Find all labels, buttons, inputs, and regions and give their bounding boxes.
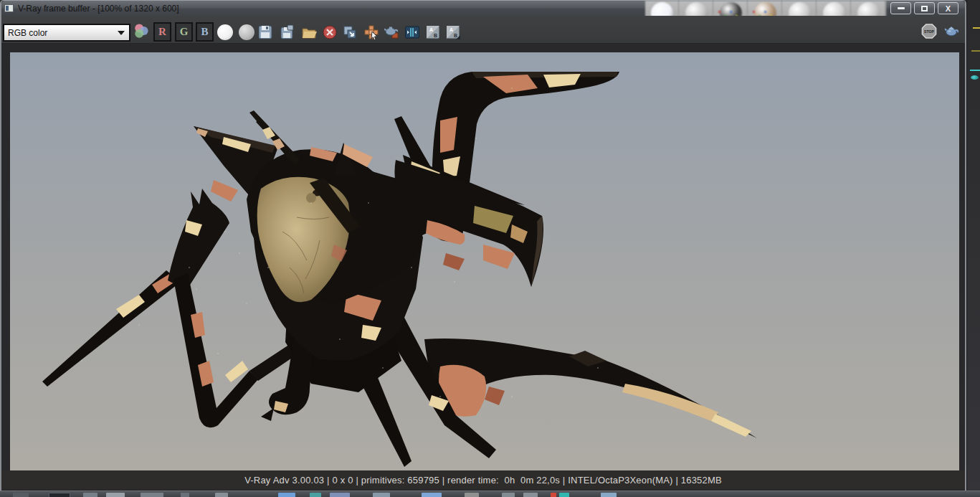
duplicate-to-host-icon[interactable] [342,24,358,40]
save-channels-icon[interactable] [279,24,295,40]
taskbar-icon[interactable] [559,493,569,497]
taskbar-icon[interactable] [106,493,125,497]
taskbar-icon[interactable] [422,493,442,497]
channel-select-value: RGB color [8,28,47,38]
color-wheel-icon[interactable] [133,23,149,39]
material-speck [730,11,732,13]
render-image-creature [10,52,959,470]
compare-horizontal-icon[interactable] [404,24,420,40]
save-image-icon[interactable] [257,24,273,40]
material-speck [764,11,766,13]
timeline-tick [970,70,980,71]
green-channel-button[interactable]: G [175,22,193,42]
close-icon: X [946,4,951,13]
taskbar-sliver[interactable] [0,491,980,497]
taskbar-icon[interactable] [330,493,350,497]
blue-channel-button[interactable]: B [196,22,214,42]
svg-text:A: A [449,27,453,32]
red-channel-button[interactable]: R [153,22,171,42]
compare-ab-vertical-icon[interactable]: AB [445,24,461,40]
render-image[interactable] [10,52,959,470]
load-image-icon[interactable] [301,24,317,40]
render-status-text: V-Ray Adv 3.00.03 | 0 x 0 | primitives: … [244,475,722,486]
svg-text:STOP: STOP [924,29,935,33]
taskbar-icon[interactable] [215,493,228,497]
vray-frame-buffer-window: V-Ray frame buffer - [100% of 1320 x 600… [0,0,966,491]
taskbar-icon[interactable] [551,493,556,497]
taskbar-icon[interactable] [523,493,538,497]
maximize-icon [921,6,928,11]
compare-ab-icon[interactable]: AB [425,24,441,40]
taskbar-icon[interactable] [278,493,295,497]
gizmo-dot [971,75,979,80]
timeline-tick [973,27,980,29]
screen: V-Ray frame buffer - [100% of 1320 x 600… [0,0,980,497]
material-speck [753,11,755,13]
taskbar-icon[interactable] [502,493,515,497]
render-region-teapot-icon[interactable] [384,24,399,40]
app-icon [4,4,14,12]
clear-image-icon[interactable] [322,24,338,40]
minimize-button[interactable] [890,2,911,14]
taskbar-icon[interactable] [141,493,163,497]
taskbar-icon[interactable] [83,493,97,497]
render-viewport: V-Ray Adv 3.00.03 | 0 x 0 | primitives: … [1,44,965,491]
channel-select[interactable]: RGB color [3,24,130,42]
chevron-down-icon [118,31,125,35]
gray-level-icon[interactable] [239,24,254,40]
timeline-tick [971,50,980,52]
taskbar-icon[interactable] [373,493,390,497]
taskbar-icon[interactable] [310,493,321,497]
taskbar-icon[interactable] [49,493,70,497]
toolbar: RGB color R G B [1,16,965,44]
svg-text:A: A [429,27,433,32]
minimize-icon [898,7,905,9]
material-speck [718,11,720,13]
stop-icon[interactable]: STOP [921,23,937,39]
white-level-icon[interactable] [217,24,233,40]
close-button[interactable]: X [938,2,958,14]
taskbar-icon[interactable] [181,493,189,497]
svg-text:B: B [454,33,457,38]
background-app-strip [966,0,980,497]
studio-background [10,52,959,470]
window-title: V-Ray frame buffer - [100% of 1320 x 600… [18,4,179,14]
taskbar-icon[interactable] [601,493,617,497]
track-mouse-icon[interactable] [363,24,379,40]
svg-text:B: B [434,33,437,38]
maximize-button[interactable] [914,2,935,14]
statusbar: V-Ray Adv 3.00.03 | 0 x 0 | primitives: … [1,470,965,489]
taskbar-icon[interactable] [465,493,479,497]
render-teapot-icon[interactable] [943,23,959,39]
taskbar-icon[interactable] [13,493,29,497]
